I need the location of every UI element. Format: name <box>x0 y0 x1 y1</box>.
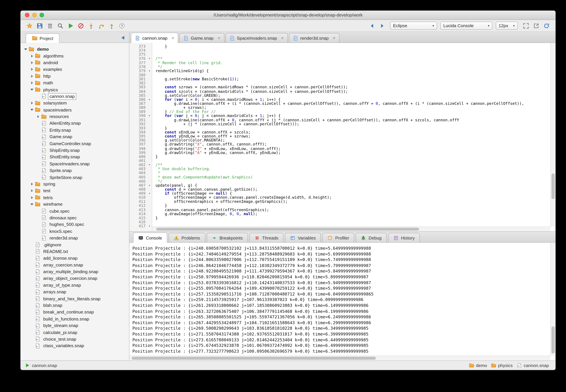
tree-item[interactable]: wireframe <box>20 201 129 208</box>
zoom-window-button[interactable] <box>40 13 44 17</box>
fold-marker[interactable]: ▾ <box>149 114 150 118</box>
close-icon[interactable]: × <box>218 36 220 40</box>
console-horizontal-scrollbar[interactable] <box>129 356 551 361</box>
expand-arrow[interactable] <box>30 189 34 192</box>
help-button[interactable]: ? <box>117 21 126 30</box>
tree-item[interactable]: tetris <box>20 194 129 201</box>
tree-item[interactable]: dinosaur.spec <box>20 214 129 221</box>
tree-item[interactable]: http <box>20 73 129 80</box>
tree-item[interactable]: android <box>20 59 129 66</box>
expand-arrow[interactable] <box>30 109 34 111</box>
console-tab-breakpoints[interactable]: Breakpoints <box>207 233 248 242</box>
minimize-window-button[interactable] <box>32 13 37 17</box>
breadcrumb-item[interactable]: demo <box>476 363 487 368</box>
fold-marker[interactable]: ▾ <box>149 57 150 61</box>
scrollbar-thumb[interactable] <box>132 357 376 360</box>
save-button[interactable] <box>35 21 44 30</box>
tree-item[interactable]: cannon.snap <box>20 93 129 100</box>
font-size-select[interactable]: 12px ▾ <box>496 22 518 30</box>
tree-item[interactable]: array_of_type.snap <box>20 282 129 289</box>
favorites-button[interactable] <box>25 21 34 30</box>
tree-item[interactable]: spaceinvaders <box>20 107 129 113</box>
console-tab-history[interactable]: History <box>388 233 420 242</box>
tree-item[interactable]: spring <box>20 181 129 187</box>
tree-item[interactable]: Entity.snap <box>20 127 129 134</box>
breadcrumb-item[interactable]: cannon.snap <box>524 363 549 368</box>
tree-item[interactable]: SpriteStore.snap <box>20 174 129 181</box>
tree-item[interactable]: break_and_continue.snap <box>20 309 129 316</box>
close-icon[interactable]: × <box>171 36 174 40</box>
editor-tab-render3d-snap[interactable]: render3d.snap× <box>289 33 340 42</box>
editor-horizontal-scrollbar[interactable] <box>152 227 550 232</box>
titlebar[interactable]: /Users/niallg/Work/development/snapscrip… <box>20 11 555 20</box>
tree-item[interactable]: AlienEntity.snap <box>20 120 129 127</box>
console-tab-problems[interactable]: Problems <box>169 233 205 242</box>
tree-item[interactable]: class_variables.snap <box>20 342 129 349</box>
expand-arrow[interactable] <box>30 61 34 64</box>
editor-tab-game-snap[interactable]: Game.snap× <box>179 33 224 42</box>
close-icon[interactable]: × <box>333 36 335 40</box>
code-editor[interactable]: 373374375376▾377378379▾38038138238338438… <box>129 43 555 232</box>
theme-select[interactable]: Eclipse ▾ <box>390 22 437 30</box>
console-output[interactable]: Position Projectile : {i=240.69058700532… <box>129 243 555 360</box>
tree-item[interactable]: ShotEntity.snap <box>20 154 129 160</box>
tree-item[interactable]: hughes_500.spec <box>20 221 129 228</box>
tree-item[interactable]: arrays.snap <box>20 289 129 295</box>
tree-item[interactable]: render3d.snap <box>20 235 129 241</box>
fold-marker[interactable]: ▾ <box>149 224 150 228</box>
tree-item[interactable]: cube.spec <box>20 208 129 214</box>
tree-item[interactable]: blah.snap <box>20 302 129 309</box>
tree-item[interactable]: SpaceInvaders.snap <box>20 160 129 167</box>
step-return-button[interactable] <box>107 21 116 30</box>
tree-item[interactable]: ShipEntity.snap <box>20 147 129 154</box>
console-tab-variables[interactable]: Variables <box>285 233 321 242</box>
refresh-button[interactable] <box>542 21 551 30</box>
scrollbar-thumb[interactable] <box>552 326 555 353</box>
breadcrumb-item[interactable]: physics <box>498 363 513 368</box>
expand-arrow[interactable] <box>30 102 34 105</box>
collapse-sidebar-button[interactable] <box>120 35 125 40</box>
run-button[interactable] <box>66 21 75 30</box>
tree-item[interactable]: examples <box>20 66 129 73</box>
back-button[interactable] <box>367 21 376 30</box>
tree-item[interactable]: math <box>20 80 129 86</box>
expand-arrow[interactable] <box>30 68 34 71</box>
fold-marker[interactable]: ▾ <box>149 69 150 73</box>
expand-arrow[interactable] <box>24 48 28 50</box>
forward-button[interactable] <box>378 21 387 30</box>
editor-vertical-scrollbar[interactable] <box>550 43 555 226</box>
step-into-button[interactable] <box>86 21 96 30</box>
expand-arrow[interactable] <box>36 115 40 118</box>
tree-item[interactable]: resources <box>20 113 129 120</box>
tree-item[interactable]: array_multiple_binding.snap <box>20 268 129 275</box>
tree-item[interactable]: build_in_functions.snap <box>20 316 129 322</box>
console-tab-debug[interactable]: Debug <box>356 233 387 242</box>
tree-item[interactable]: knoxS.spec <box>20 228 129 235</box>
console-tab-threads[interactable]: Threads <box>249 233 284 242</box>
tree-item[interactable]: Sprite.snap <box>20 167 129 174</box>
stop-button[interactable] <box>76 21 85 30</box>
scrollbar-thumb[interactable] <box>552 173 555 199</box>
fold-marker[interactable]: ▾ <box>149 192 150 196</box>
tree-item[interactable]: array_object_coercion.snap <box>20 275 129 282</box>
editor-tab-spaceinvaders-snap[interactable]: SpaceInvaders.snap× <box>225 33 288 42</box>
fold-marker[interactable]: ▾ <box>149 98 150 102</box>
expand-arrow[interactable] <box>30 55 34 57</box>
font-select[interactable]: Lucida Console ▾ <box>440 22 492 30</box>
tree-item[interactable]: GameController.snap <box>20 140 129 147</box>
tree-item[interactable]: Game.snap <box>20 134 129 140</box>
close-window-button[interactable] <box>25 13 29 17</box>
expand-arrow[interactable] <box>30 203 34 205</box>
tree-item[interactable]: byte_stream.snap <box>20 322 129 329</box>
expand-arrow[interactable] <box>30 75 34 78</box>
step-over-button[interactable] <box>97 21 106 30</box>
search-button[interactable] <box>56 21 65 30</box>
tree-item[interactable]: .gitignore <box>20 241 129 248</box>
tree-item[interactable]: demo <box>20 46 129 53</box>
tree-item[interactable]: algorithms <box>20 53 129 59</box>
tree-item[interactable]: add_license.snap <box>20 255 129 262</box>
expand-arrow[interactable] <box>30 196 34 199</box>
console-vertical-scrollbar[interactable] <box>550 243 555 356</box>
tree-item[interactable]: test <box>20 187 129 194</box>
fullscreen-button[interactable] <box>521 21 530 30</box>
